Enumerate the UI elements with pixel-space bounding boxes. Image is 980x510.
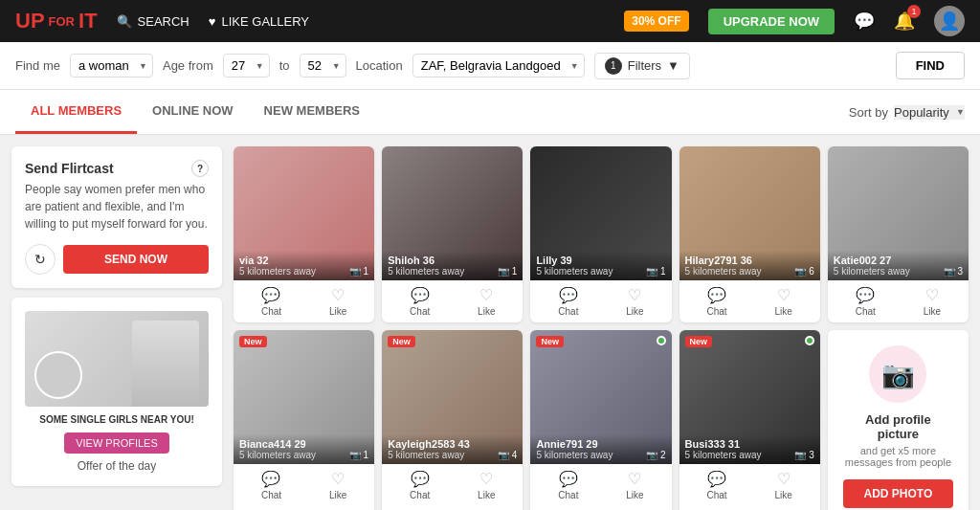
like-button[interactable]: ♡ Like bbox=[775, 470, 792, 500]
like-icon: ♡ bbox=[628, 470, 641, 488]
sort-select-wrap[interactable]: Popularity bbox=[894, 105, 965, 120]
chat-button[interactable]: 💬 Chat bbox=[707, 286, 727, 317]
chat-button[interactable]: 💬 Chat bbox=[410, 286, 430, 317]
chat-icon: 💬 bbox=[707, 470, 726, 488]
location-select[interactable]: ZAF, Belgravia Landgoed + ... bbox=[412, 54, 585, 78]
gender-select-wrap[interactable]: a woman bbox=[70, 54, 153, 78]
new-badge: New bbox=[685, 336, 713, 347]
search-nav[interactable]: 🔍 SEARCH bbox=[117, 14, 189, 29]
age-to-select[interactable]: 52 bbox=[300, 54, 346, 78]
add-photo-title: Add profile picture bbox=[843, 412, 953, 441]
sort-select[interactable]: Popularity bbox=[894, 105, 965, 120]
send-now-button[interactable]: SEND NOW bbox=[63, 245, 209, 274]
member-actions: 💬 Chat ♡ Like bbox=[530, 280, 671, 322]
member-card: Katie002 27 5 kilometers away 📷 3 💬 Chat… bbox=[828, 146, 969, 322]
avatar[interactable]: 👤 bbox=[934, 6, 965, 36]
like-icon: ♡ bbox=[777, 470, 791, 488]
tab-all-members[interactable]: ALL MEMBERS bbox=[15, 90, 137, 134]
like-icon: ♡ bbox=[479, 470, 493, 488]
like-button[interactable]: ♡ Like bbox=[626, 286, 643, 317]
member-card: New Kayleigh2583 43 5 kilometers away 📷 … bbox=[382, 330, 523, 510]
messages-icon[interactable]: 💬 bbox=[854, 11, 875, 32]
member-name: Hilary2791 36 bbox=[685, 255, 814, 266]
tab-online-now[interactable]: ONLINE NOW bbox=[137, 90, 249, 134]
chat-label: Chat bbox=[856, 306, 876, 317]
logo[interactable]: UPFORIT bbox=[15, 9, 98, 33]
like-button[interactable]: ♡ Like bbox=[478, 470, 495, 500]
member-actions: 💬 Chat ♡ Like bbox=[679, 280, 820, 322]
like-button[interactable]: ♡ Like bbox=[329, 470, 346, 500]
new-badge: New bbox=[388, 336, 415, 347]
like-button[interactable]: ♡ Like bbox=[626, 470, 643, 500]
member-photo[interactable]: New Kayleigh2583 43 5 kilometers away 📷 … bbox=[382, 330, 523, 464]
age-from-select[interactable]: 27 bbox=[223, 54, 270, 78]
nearby-preview bbox=[25, 311, 209, 407]
member-actions: 💬 Chat ♡ Like bbox=[234, 464, 374, 506]
member-photo[interactable]: Lilly 39 5 kilometers away 📷 1 bbox=[530, 146, 671, 280]
upgrade-button[interactable]: UPGRADE NOW bbox=[708, 9, 835, 34]
filters-button[interactable]: 1 Filters ▼ bbox=[594, 53, 690, 79]
chat-label: Chat bbox=[261, 306, 281, 317]
member-name: Bianca414 29 bbox=[239, 438, 368, 450]
notifications-icon[interactable]: 🔔 1 bbox=[894, 11, 915, 32]
member-photo[interactable]: Katie002 27 5 kilometers away 📷 3 bbox=[828, 146, 969, 280]
members-grid: via 32 5 kilometers away 📷 1 💬 Chat ♡ Li… bbox=[234, 146, 969, 510]
member-card: Shiloh 36 5 kilometers away 📷 1 💬 Chat ♡… bbox=[382, 146, 523, 322]
nearby-label: SOME SINGLE GIRLS NEAR YOU! bbox=[25, 414, 209, 425]
left-column: Send Flirtcast ? People say women prefer… bbox=[11, 146, 222, 510]
flirtcast-actions: ↻ SEND NOW bbox=[25, 244, 209, 275]
age-from-select-wrap[interactable]: 27 bbox=[223, 54, 270, 78]
chat-label: Chat bbox=[707, 490, 727, 500]
like-button[interactable]: ♡ Like bbox=[924, 286, 941, 317]
chat-label: Chat bbox=[410, 490, 430, 500]
location-select-wrap[interactable]: ZAF, Belgravia Landgoed + ... bbox=[412, 54, 585, 78]
chat-button[interactable]: 💬 Chat bbox=[856, 286, 876, 317]
member-photo[interactable]: New Busi333 31 5 kilometers away 📷 3 bbox=[679, 330, 820, 464]
like-gallery-nav[interactable]: ♥ LIKE GALLERY bbox=[209, 14, 309, 29]
refresh-button[interactable]: ↻ bbox=[25, 244, 56, 275]
view-profiles-button[interactable]: VIEW PROFILES bbox=[64, 432, 169, 454]
member-photo[interactable]: New Bianca414 29 5 kilometers away 📷 1 bbox=[234, 330, 374, 464]
member-actions: 💬 Chat ♡ Like bbox=[828, 280, 969, 322]
chat-button[interactable]: 💬 Chat bbox=[261, 470, 281, 500]
member-photo[interactable]: New Annie791 29 5 kilometers away 📷 2 bbox=[530, 330, 671, 464]
member-actions: 💬 Chat ♡ Like bbox=[679, 464, 820, 506]
chat-icon: 💬 bbox=[261, 470, 280, 488]
member-card: Hilary2791 36 5 kilometers away 📷 6 💬 Ch… bbox=[679, 146, 820, 322]
chat-button[interactable]: 💬 Chat bbox=[558, 286, 578, 317]
photo-count: 📷 3 bbox=[794, 450, 813, 460]
tabs-row: ALL MEMBERS ONLINE NOW NEW MEMBERS Sort … bbox=[0, 90, 980, 135]
member-photo[interactable]: Hilary2791 36 5 kilometers away 📷 6 bbox=[679, 146, 820, 280]
online-indicator bbox=[805, 336, 814, 345]
add-photo-button[interactable]: ADD PHOTO bbox=[843, 479, 953, 508]
like-button[interactable]: ♡ Like bbox=[775, 286, 792, 317]
member-actions: 💬 Chat ♡ Like bbox=[530, 464, 671, 506]
photo-count: 📷 1 bbox=[349, 450, 368, 460]
like-button[interactable]: ♡ Like bbox=[478, 286, 495, 317]
chat-button[interactable]: 💬 Chat bbox=[261, 286, 281, 317]
like-icon: ♡ bbox=[331, 286, 345, 304]
chat-button[interactable]: 💬 Chat bbox=[410, 470, 430, 500]
chat-icon: 💬 bbox=[411, 286, 430, 304]
add-photo-card: 📷 Add profile picture and get x5 more me… bbox=[828, 330, 969, 510]
chat-button[interactable]: 💬 Chat bbox=[707, 470, 727, 500]
flirtcast-help-icon[interactable]: ? bbox=[191, 160, 209, 177]
like-icon: ♡ bbox=[331, 470, 345, 488]
age-to-select-wrap[interactable]: 52 bbox=[300, 54, 346, 78]
search-icon: 🔍 bbox=[117, 14, 132, 29]
like-label: Like bbox=[478, 490, 495, 500]
like-button[interactable]: ♡ Like bbox=[329, 286, 346, 317]
gender-select[interactable]: a woman bbox=[70, 54, 153, 78]
sort-wrap: Sort by Popularity bbox=[849, 105, 965, 120]
member-photo[interactable]: via 32 5 kilometers away 📷 1 bbox=[234, 146, 374, 280]
chat-button[interactable]: 💬 Chat bbox=[558, 470, 578, 500]
find-button[interactable]: FIND bbox=[896, 52, 965, 79]
like-label: Like bbox=[329, 490, 346, 500]
tab-new-members[interactable]: NEW MEMBERS bbox=[249, 90, 375, 134]
member-photo[interactable]: Shiloh 36 5 kilometers away 📷 1 bbox=[382, 146, 523, 280]
photo-count: 📷 1 bbox=[646, 266, 665, 277]
nearby-card: SOME SINGLE GIRLS NEAR YOU! VIEW PROFILE… bbox=[11, 298, 222, 486]
member-card: New Bianca414 29 5 kilometers away 📷 1 💬… bbox=[234, 330, 374, 510]
like-label: Like bbox=[329, 306, 346, 317]
member-card: New Busi333 31 5 kilometers away 📷 3 💬 C… bbox=[679, 330, 820, 510]
